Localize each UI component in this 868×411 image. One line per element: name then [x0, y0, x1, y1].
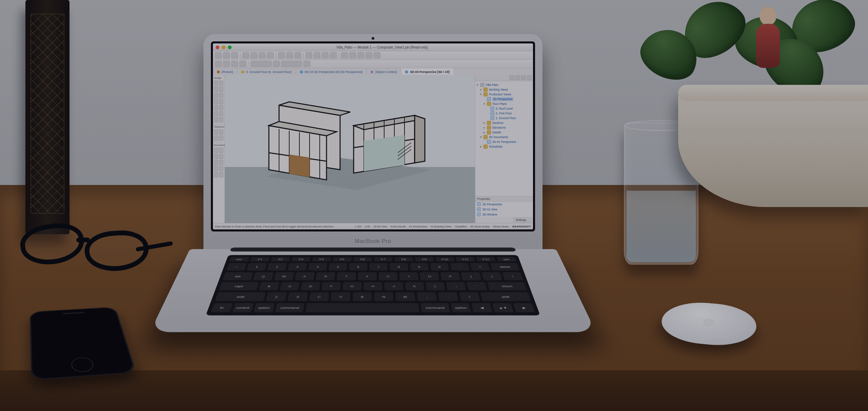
key[interactable]: O	[420, 272, 439, 281]
key[interactable]: 2	[267, 263, 287, 271]
key[interactable]: S	[279, 282, 300, 291]
key[interactable]: 4	[308, 263, 327, 271]
key[interactable]: I	[399, 272, 418, 281]
status-segment[interactable]: 3D All View	[373, 225, 387, 228]
tool-button[interactable]	[214, 80, 218, 86]
tree-item[interactable]: ▸Details	[476, 130, 532, 135]
key[interactable]: N	[374, 292, 393, 301]
key[interactable]: command	[275, 303, 304, 313]
key[interactable]: -	[450, 263, 470, 271]
status-segment[interactable]: Simplified	[455, 225, 467, 228]
key[interactable]: U	[379, 272, 398, 281]
tree-item[interactable]: ▸Sections	[476, 120, 532, 125]
key[interactable]: tab	[222, 272, 253, 281]
key[interactable]: M	[395, 292, 415, 301]
model-viewport[interactable]	[225, 75, 475, 223]
key[interactable]: F4	[312, 257, 331, 262]
status-segment[interactable]: Entire Model	[391, 225, 406, 228]
tree-item[interactable]: ▸Working Views	[476, 87, 532, 92]
key[interactable]: F11	[456, 257, 475, 262]
property-row[interactable]: 3D-01 View	[475, 207, 533, 212]
key[interactable]: Z	[265, 292, 287, 301]
key[interactable]: ~	[226, 263, 247, 271]
key[interactable]: F5	[333, 257, 352, 262]
key[interactable]: G	[342, 282, 361, 291]
navigator-tree[interactable]: ▾Villa Patio▸Working Views▾Production Vi…	[475, 81, 533, 196]
key[interactable]: 5	[329, 263, 348, 271]
key[interactable]: 1	[246, 263, 267, 271]
key[interactable]: \	[502, 272, 524, 281]
key[interactable]: F10	[435, 257, 455, 262]
key[interactable]: A	[258, 282, 279, 291]
key[interactable]: F2	[271, 257, 290, 262]
property-row[interactable]: 3D Window	[475, 212, 533, 217]
key[interactable]: B	[352, 292, 372, 301]
tree-item[interactable]: ▸Schedules	[476, 144, 532, 149]
key[interactable]: X	[287, 292, 308, 301]
tree-item[interactable]: 2. First Floor	[476, 111, 532, 116]
key[interactable]: esc	[229, 257, 249, 262]
tree-item[interactable]: ▸Elevations	[476, 125, 532, 130]
key[interactable]: fn	[211, 303, 233, 313]
key[interactable]: ,	[417, 292, 437, 301]
tree-root[interactable]: ▾Villa Patio	[476, 82, 532, 87]
key[interactable]: F8	[394, 257, 413, 262]
key[interactable]: /	[459, 292, 480, 301]
tree-item[interactable]: 3D-01 Perspective	[476, 139, 532, 144]
key[interactable]: F9	[415, 257, 434, 262]
key[interactable]: pwr	[496, 257, 516, 262]
key[interactable]: 8	[390, 263, 408, 271]
tree-item[interactable]: 3. Roof Level	[476, 106, 532, 111]
key[interactable]: R	[316, 272, 335, 281]
key[interactable]: F3	[291, 257, 311, 262]
key[interactable]: command	[420, 303, 450, 313]
key[interactable]: ▲▼	[492, 303, 514, 313]
key[interactable]: P	[440, 272, 461, 281]
settings-button[interactable]: Settings…	[513, 218, 531, 222]
key[interactable]: D	[300, 282, 320, 291]
property-row[interactable]: 3D Perspective	[475, 202, 533, 207]
key[interactable]: shift	[480, 292, 531, 301]
key[interactable]: K	[405, 282, 424, 291]
zoom-icon[interactable]	[228, 45, 232, 49]
key[interactable]: F7	[374, 257, 393, 262]
status-segment[interactable]: Whole Model	[493, 225, 509, 228]
key[interactable]: C	[309, 292, 329, 301]
key[interactable]: 9	[410, 263, 429, 271]
tree-item[interactable]: ▾Floor Plans	[476, 101, 532, 106]
key[interactable]: 6	[349, 263, 367, 271]
tree-item[interactable]: 1. Ground Floor	[476, 116, 532, 120]
tree-item[interactable]: ▾3D Documents	[476, 135, 532, 139]
key[interactable]: ]	[481, 272, 502, 281]
key[interactable]: L	[426, 282, 446, 291]
key[interactable]: 3	[288, 263, 307, 271]
tree-item[interactable]: 3D Perspective	[476, 97, 532, 101]
tree-item[interactable]: ▾Production Views	[476, 92, 532, 97]
key[interactable]: 7	[370, 263, 388, 271]
key[interactable]: F6	[353, 257, 372, 262]
key[interactable]: F12	[476, 257, 496, 262]
key[interactable]: '	[467, 282, 487, 291]
key[interactable]: option	[253, 303, 274, 313]
key[interactable]: control	[232, 303, 254, 313]
key[interactable]: T	[337, 272, 356, 281]
key[interactable]: H	[363, 282, 382, 291]
key[interactable]: F	[321, 282, 341, 291]
nav-mode-icon[interactable]	[510, 75, 514, 80]
key[interactable]: Q	[253, 272, 274, 281]
key[interactable]: =	[470, 263, 490, 271]
toolbar-button[interactable]	[215, 52, 222, 58]
key[interactable]: return	[487, 282, 527, 291]
key[interactable]: J	[384, 282, 403, 291]
close-icon[interactable]	[216, 45, 219, 49]
key[interactable]: W	[274, 272, 294, 281]
key[interactable]: 0	[430, 263, 450, 271]
key[interactable]: .	[438, 292, 458, 301]
status-segment[interactable]: 3D Show Empty	[470, 225, 490, 228]
status-segment[interactable]: 01 Architecture	[409, 225, 427, 228]
key[interactable]: shift	[215, 292, 266, 301]
key[interactable]: V	[331, 292, 351, 301]
key[interactable]: [	[461, 272, 481, 281]
key[interactable]: ;	[446, 282, 467, 291]
status-segment[interactable]: 0.00	[365, 225, 370, 228]
